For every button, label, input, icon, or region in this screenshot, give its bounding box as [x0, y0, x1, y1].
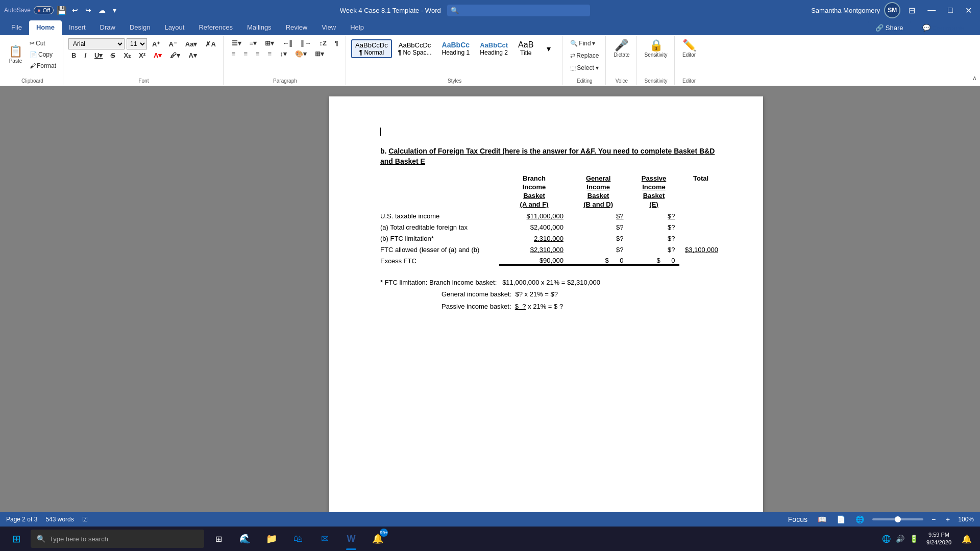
redo-button[interactable]: ↪: [83, 5, 93, 15]
style-nospace[interactable]: AaBbCcDc ¶ No Spac...: [394, 39, 436, 58]
copy-button[interactable]: 📄 Copy: [27, 49, 59, 60]
tab-home[interactable]: Home: [29, 20, 62, 35]
col-general-header: GeneralIncomeBasket(B and D): [569, 174, 628, 209]
font-family-select[interactable]: Arial: [68, 38, 125, 49]
tab-mailings[interactable]: Mailings: [240, 20, 279, 35]
autosave-options-button[interactable]: ☁: [96, 5, 108, 15]
font-size-select[interactable]: 11: [127, 38, 147, 49]
font-grow-button[interactable]: A⁺: [149, 39, 163, 49]
clear-format-button[interactable]: ✗A: [202, 39, 218, 49]
edge-taskbar-app[interactable]: 🌊: [233, 527, 257, 551]
autosave-toggle[interactable]: ● Off: [34, 6, 54, 14]
align-right-button[interactable]: ≡: [253, 49, 263, 59]
font-controls: Arial 11 A⁺ A⁻ Aa▾ ✗A B I U▾: [68, 38, 219, 60]
zoom-in-button[interactable]: +: [944, 514, 952, 524]
highlight-button[interactable]: 🖊▾: [167, 51, 183, 60]
sort-button[interactable]: ↕Z: [316, 38, 329, 48]
web-layout-button[interactable]: 🌐: [853, 514, 866, 524]
user-avatar[interactable]: SM: [884, 2, 900, 18]
subscript-button[interactable]: X₂: [120, 51, 134, 60]
format-painter-button[interactable]: 🖌 Format: [27, 61, 59, 71]
zoom-slider[interactable]: [872, 518, 923, 520]
read-mode-button[interactable]: 📖: [816, 514, 828, 524]
zoom-thumb[interactable]: [895, 516, 901, 522]
editing-label: Editing: [577, 77, 593, 85]
style-h1[interactable]: AaBbCc Heading 1: [437, 39, 474, 58]
comments-button[interactable]: 💬 Comments: [915, 20, 972, 35]
close-button[interactable]: ✕: [961, 5, 976, 16]
maximize-button[interactable]: □: [944, 5, 957, 16]
style-h2[interactable]: AaBbCct Heading 2: [476, 39, 512, 58]
tab-help[interactable]: Help: [343, 20, 371, 35]
notifications-taskbar-app[interactable]: 🔔 99+: [365, 527, 390, 551]
tab-review[interactable]: Review: [279, 20, 315, 35]
italic-button[interactable]: I: [81, 51, 89, 60]
editor-button[interactable]: ✏️ Editor: [680, 38, 699, 59]
cut-button[interactable]: ✂ Cut: [27, 38, 59, 48]
decrease-indent-button[interactable]: ←‖: [279, 38, 296, 48]
tab-view[interactable]: View: [314, 20, 343, 35]
print-layout-button[interactable]: 📄: [835, 514, 847, 524]
store-taskbar-app[interactable]: 🛍: [286, 527, 310, 551]
font-color-button[interactable]: A▾: [185, 51, 200, 60]
justify-button[interactable]: ≡: [265, 49, 275, 59]
shading-button[interactable]: 🎨▾: [292, 49, 310, 59]
clock[interactable]: 9:59 PM 9/24/2020: [922, 529, 955, 549]
tab-design[interactable]: Design: [122, 20, 157, 35]
increase-indent-button[interactable]: ‖→: [298, 38, 314, 48]
font-shrink-button[interactable]: A⁻: [165, 39, 180, 49]
tab-references[interactable]: References: [191, 20, 239, 35]
change-case-button[interactable]: Aa▾: [182, 39, 201, 49]
align-center-button[interactable]: ≡: [240, 49, 251, 59]
find-button[interactable]: 🔍 Find ▾: [568, 38, 601, 48]
files-taskbar-app[interactable]: 📁: [259, 527, 284, 551]
network-icon[interactable]: 🌐: [880, 533, 893, 545]
styles-more-button[interactable]: ▾: [540, 42, 558, 55]
align-left-button[interactable]: ≡: [229, 49, 239, 59]
volume-icon[interactable]: 🔊: [894, 533, 906, 545]
show-marks-button[interactable]: ¶: [332, 38, 341, 48]
select-button[interactable]: ⬚ Select ▾: [568, 63, 601, 73]
task-view-button[interactable]: ⊞: [206, 527, 231, 551]
borders-button[interactable]: ⊞▾: [312, 49, 327, 59]
search-input[interactable]: [447, 5, 590, 16]
style-title[interactable]: AaB Title: [514, 38, 537, 59]
outline-button[interactable]: ⊞▾: [262, 38, 277, 48]
proofing-icon[interactable]: ☑: [82, 516, 88, 523]
tab-draw[interactable]: Draw: [93, 20, 122, 35]
battery-icon[interactable]: 🔋: [908, 533, 920, 545]
save-button[interactable]: 💾: [57, 6, 67, 15]
word-taskbar-app[interactable]: W: [339, 527, 363, 551]
underline-button[interactable]: U▾: [91, 51, 106, 60]
focus-button[interactable]: Focus: [786, 514, 810, 524]
style-h2-label: Heading 2: [480, 49, 508, 56]
bullets-button[interactable]: ☰▾: [229, 38, 244, 48]
doc-scroll[interactable]: b. Calculation of Foreign Tax Credit (he…: [133, 86, 960, 512]
share-button[interactable]: 🔗 Share: [868, 21, 910, 35]
tab-file[interactable]: File: [4, 20, 29, 35]
tab-insert[interactable]: Insert: [62, 20, 93, 35]
undo-button[interactable]: ↩: [70, 5, 80, 15]
zoom-out-button[interactable]: −: [929, 514, 938, 524]
style-normal[interactable]: AaBbCcDc ¶ Normal: [351, 39, 392, 58]
strikethrough-button[interactable]: S̶: [108, 51, 118, 60]
layout-button[interactable]: ⊟: [904, 5, 919, 16]
superscript-button[interactable]: X²: [136, 51, 149, 60]
paste-button[interactable]: 📋 Paste: [6, 38, 25, 71]
bold-button[interactable]: B: [68, 51, 79, 60]
mail-taskbar-app[interactable]: ✉: [312, 527, 337, 551]
taskbar-search[interactable]: 🔍 Type here to search: [31, 530, 204, 548]
tab-layout[interactable]: Layout: [157, 20, 191, 35]
dictate-button[interactable]: 🎤 Dictate: [611, 38, 632, 59]
line-spacing-button[interactable]: ↕▾: [277, 49, 290, 59]
text-color-button[interactable]: A▾: [151, 51, 165, 60]
action-center-button[interactable]: 🔔: [958, 532, 976, 546]
start-button[interactable]: ⊞: [4, 527, 29, 551]
minimize-button[interactable]: —: [923, 5, 940, 16]
ribbon-collapse-button[interactable]: ∧: [971, 73, 978, 83]
numbered-list-button[interactable]: ≡▾: [247, 38, 260, 48]
replace-button[interactable]: ⇄ Replace: [568, 51, 601, 61]
sensitivity-button[interactable]: 🔒 Sensitivity: [642, 38, 670, 59]
right-margin: [960, 86, 980, 512]
customize-qat-button[interactable]: ▾: [111, 5, 118, 15]
